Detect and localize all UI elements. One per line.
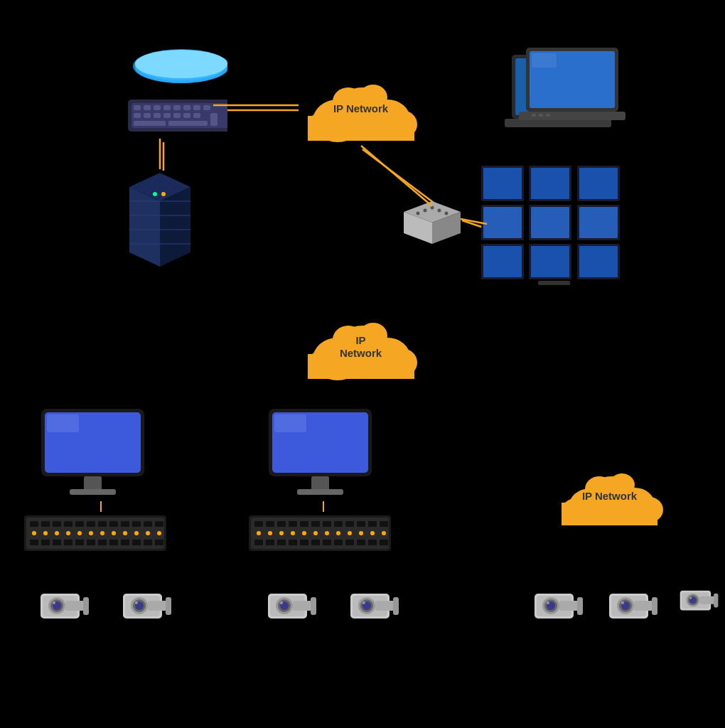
svg-rect-55 (210, 113, 218, 126)
svg-point-164 (257, 531, 261, 535)
svg-point-79 (424, 209, 427, 213)
svg-rect-136 (64, 540, 72, 545)
network-diagram: IP Network IPNetwork IP Network (0, 0, 725, 728)
camera-2b (333, 579, 400, 633)
svg-point-128 (112, 531, 116, 535)
svg-rect-45 (203, 105, 210, 110)
switch-2 (247, 508, 393, 558)
svg-rect-105 (84, 476, 102, 491)
svg-rect-139 (98, 540, 107, 545)
svg-rect-185 (357, 540, 365, 545)
svg-point-129 (123, 531, 127, 535)
svg-rect-134 (41, 540, 50, 545)
cloud-ip-network-1: IP Network (295, 68, 426, 149)
svg-point-121 (32, 531, 36, 535)
svg-rect-54 (168, 121, 208, 126)
svg-rect-219 (393, 597, 399, 615)
svg-rect-177 (266, 540, 274, 545)
svg-rect-101 (538, 281, 570, 285)
cloud-ip-network-2: IPNetwork (295, 306, 426, 387)
svg-point-81 (438, 209, 441, 213)
monitor-1 (34, 405, 151, 508)
svg-rect-111 (53, 521, 61, 527)
svg-rect-140 (109, 540, 118, 545)
laptops (490, 44, 633, 144)
svg-line-2 (362, 149, 434, 203)
svg-rect-49 (163, 113, 171, 118)
svg-point-169 (313, 531, 318, 535)
svg-point-122 (43, 531, 48, 535)
svg-rect-112 (64, 521, 72, 527)
svg-rect-187 (380, 540, 388, 545)
camera-2a (250, 579, 318, 633)
svg-rect-117 (121, 521, 129, 527)
svg-rect-152 (254, 521, 263, 527)
svg-rect-158 (323, 521, 331, 527)
svg-rect-40 (154, 105, 161, 110)
svg-rect-137 (75, 540, 84, 545)
cloud-3-label: IP Network (582, 490, 637, 503)
svg-rect-120 (155, 521, 163, 527)
svg-point-123 (55, 531, 59, 535)
svg-point-193 (53, 601, 55, 604)
svg-rect-38 (134, 105, 141, 110)
svg-point-170 (325, 531, 329, 535)
svg-point-124 (66, 531, 70, 535)
switch-1 (23, 508, 168, 558)
svg-rect-235 (652, 597, 657, 615)
svg-rect-119 (144, 521, 152, 527)
svg-point-175 (382, 531, 386, 535)
svg-rect-203 (166, 597, 171, 615)
svg-point-78 (417, 212, 420, 215)
svg-point-64 (161, 192, 166, 196)
svg-point-168 (302, 531, 306, 535)
svg-rect-144 (155, 540, 163, 545)
svg-rect-94 (579, 207, 618, 238)
svg-point-225 (547, 601, 549, 604)
svg-rect-227 (577, 597, 583, 615)
svg-point-171 (336, 531, 340, 535)
svg-rect-142 (132, 540, 141, 545)
svg-point-233 (621, 601, 624, 604)
svg-point-126 (89, 531, 93, 535)
camera-3c (666, 579, 719, 633)
svg-rect-162 (368, 521, 377, 527)
camera-1a (23, 579, 90, 633)
svg-point-217 (362, 601, 365, 604)
svg-rect-156 (300, 521, 308, 527)
svg-rect-11 (308, 116, 414, 141)
svg-rect-106 (70, 489, 116, 495)
svg-point-131 (146, 531, 150, 535)
svg-rect-186 (368, 540, 377, 545)
svg-point-165 (268, 531, 272, 535)
camera-3b (591, 579, 659, 633)
svg-point-241 (689, 596, 692, 599)
svg-rect-183 (334, 540, 343, 545)
svg-rect-50 (173, 113, 181, 118)
svg-point-130 (134, 531, 139, 535)
svg-rect-109 (30, 521, 38, 527)
svg-rect-84 (483, 168, 522, 199)
svg-rect-243 (714, 594, 718, 608)
svg-rect-149 (297, 489, 343, 495)
svg-rect-39 (144, 105, 151, 110)
monitor-2 (262, 405, 379, 508)
svg-rect-155 (289, 521, 297, 527)
svg-rect-153 (266, 521, 274, 527)
svg-rect-148 (311, 476, 329, 491)
svg-rect-51 (183, 113, 190, 118)
svg-point-80 (431, 206, 434, 210)
svg-point-33 (135, 50, 227, 78)
svg-point-172 (348, 531, 352, 535)
cloud-1-label: IP Network (333, 102, 388, 115)
svg-rect-160 (345, 521, 354, 527)
svg-point-125 (77, 531, 82, 535)
svg-point-209 (280, 601, 283, 604)
svg-rect-41 (163, 105, 171, 110)
svg-rect-113 (75, 521, 84, 527)
svg-rect-43 (183, 105, 190, 110)
svg-rect-72 (539, 114, 543, 117)
svg-rect-179 (289, 540, 297, 545)
camera-1b (105, 579, 173, 633)
svg-rect-116 (109, 521, 118, 527)
